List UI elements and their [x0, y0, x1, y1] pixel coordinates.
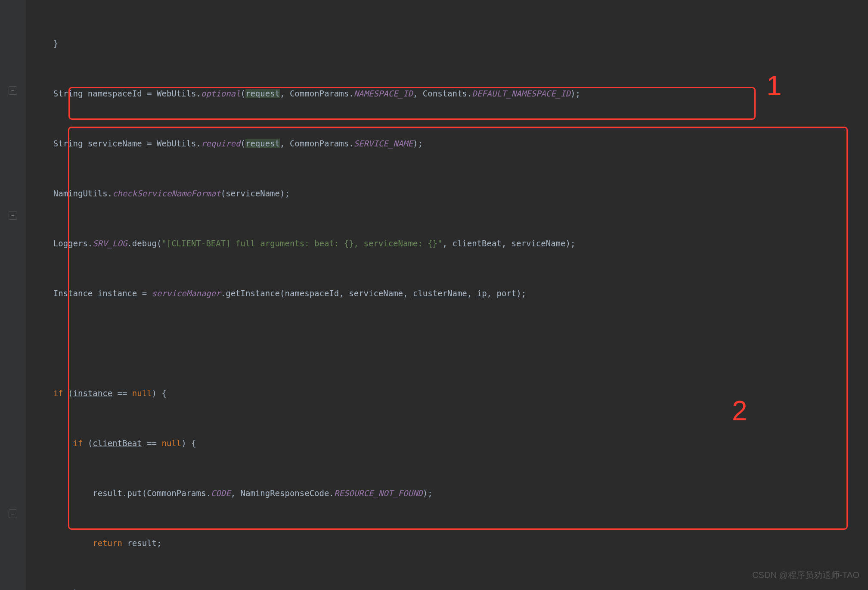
fold-marker-icon[interactable]: −	[9, 211, 17, 220]
brace-close: }	[73, 588, 78, 590]
watermark: CSDN @程序员劝退师-TAO	[752, 569, 859, 581]
kw-return: return	[93, 538, 122, 548]
brace-close: }	[53, 39, 58, 48]
annotation-box-1	[68, 87, 756, 120]
fold-marker-icon[interactable]: −	[9, 509, 17, 518]
annotation-label-1: 1	[766, 80, 782, 92]
fold-marker-icon[interactable]: −	[9, 86, 17, 95]
annotation-label-2: 2	[732, 405, 747, 417]
kw-if: if	[53, 388, 63, 398]
editor-viewport: − − − } String namespaceId = WebUtils.op…	[0, 0, 868, 590]
annotation-box-2	[68, 127, 848, 530]
semicolon: ;	[157, 538, 161, 548]
gutter: − − −	[0, 0, 26, 590]
var-result: result	[127, 538, 157, 548]
